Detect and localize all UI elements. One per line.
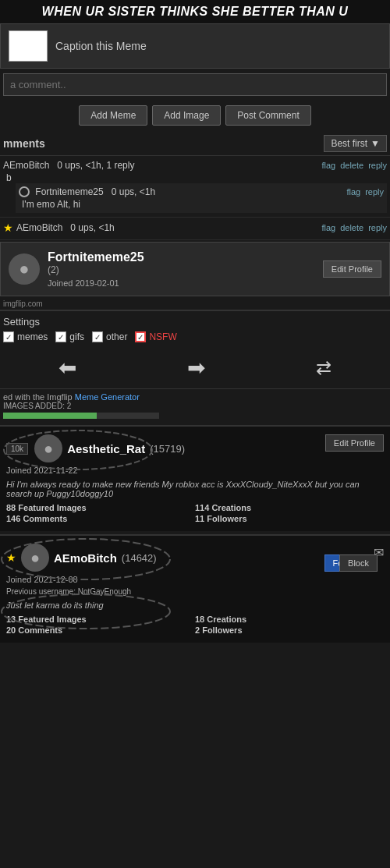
profile-info: Fortnitememe25 (2) Joined 2019-02-01	[48, 250, 144, 288]
profile-name: Fortnitememe25	[48, 250, 144, 264]
chevron-down-icon: ▼	[370, 138, 380, 149]
edit-profile-button-aesthetic-rat[interactable]: Edit Profile	[325, 434, 384, 452]
comment-item-1: AEmoBitch 0 ups, <1h, 1 reply flag delet…	[0, 156, 390, 218]
comment-input-section	[0, 69, 390, 101]
caption-section: Caption this Meme	[0, 23, 390, 69]
stat-comments-aesthetic-rat: 146 Comments	[6, 514, 195, 523]
comments-title: mments	[3, 137, 45, 150]
settings-label-nsfw: NSFW	[149, 331, 176, 342]
settings-label-gifs: gifs	[69, 331, 84, 342]
comment-item-2: ★ AEmoBitch 0 ups, <1h flag delete reply	[0, 218, 390, 240]
comment-body-sub: I'm emo Alt, hi	[19, 199, 384, 210]
checkbox-nsfw[interactable]: ✓	[135, 331, 146, 342]
post-comment-button[interactable]: Post Comment	[225, 105, 310, 126]
profile-joined-aemobitch: Joined 2021-12-08	[6, 575, 384, 584]
settings-item-other: ✓ other	[92, 331, 127, 342]
settings-item-memes: ✓ memes	[3, 331, 48, 342]
images-added-label: IMAGES ADDED: 2	[3, 402, 387, 410]
add-image-button[interactable]: Add Image	[152, 105, 221, 126]
stat-followers-aemobitch: 2 Followers	[195, 625, 384, 635]
comment-user-sub: Fortnitememe25 0 ups, <1h	[19, 186, 155, 197]
profile-avatar-aemobitch: ●	[21, 544, 49, 572]
stat-creations-aesthetic-rat: 114 Creations	[195, 503, 384, 512]
caption-label: Caption this Meme	[55, 40, 147, 52]
caption-thumbnail	[9, 30, 48, 62]
arrow-row: ⬅ ➡ ⇄	[0, 347, 390, 388]
reply-action-2[interactable]: reply	[368, 223, 387, 232]
profile-bio-aemobitch: Just let karma do its thing	[6, 601, 384, 610]
forward-arrow-icon[interactable]: ➡	[187, 355, 205, 381]
settings-item-nsfw: ✓ NSFW	[135, 331, 176, 342]
delete-action-1[interactable]: delete	[340, 161, 363, 170]
settings-row: ✓ memes ✓ gifs ✓ other ✓ NSFW	[3, 331, 387, 342]
comment-sub-1: Fortnitememe25 0 ups, <1h flag reply I'm…	[16, 183, 387, 213]
profile-points-aesthetic-rat: (15719)	[150, 443, 185, 455]
settings-label-memes: memes	[17, 331, 48, 342]
settings-section: Settings ✓ memes ✓ gifs ✓ other ✓ NSFW	[0, 310, 390, 347]
checkbox-gifs[interactable]: ✓	[55, 331, 66, 342]
profile-joined-aesthetic-rat: Joined 2021-11-22	[6, 466, 384, 475]
comment-actions-1: flag delete reply	[321, 161, 387, 170]
edit-profile-button[interactable]: Edit Profile	[323, 260, 381, 278]
comment-actions-sub: flag reply	[346, 187, 384, 197]
prev-username-aemobitch: Previous username: NotGayEnough	[6, 587, 384, 596]
stat-followers-aesthetic-rat: 11 Followers	[195, 514, 384, 523]
profile-bio-aesthetic-rat: Hi I'm always ready to make new friends …	[6, 480, 384, 498]
flag-action-2[interactable]: flag	[321, 223, 335, 232]
stat-creations-aemobitch: 18 Creations	[195, 615, 384, 624]
settings-title: Settings	[3, 316, 387, 328]
meme-generator-link[interactable]: Meme Generator	[75, 392, 140, 402]
profile-stats-aemobitch: 13 Featured Images 18 Creations 20 Comme…	[6, 615, 384, 635]
comment-meta-2: ★ AEmoBitch 0 ups, <1h flag delete reply	[3, 221, 387, 234]
profile-section-aemobitch: ★ ● AEmoBitch (14642) Joined 2021-12-08 …	[0, 534, 390, 643]
profile-stats-aesthetic-rat: 88 Featured Images 114 Creations 146 Com…	[6, 503, 384, 523]
star-icon-aemobitch: ★	[6, 551, 16, 564]
meme-gen-prefix: ed with the Imgflip	[3, 392, 73, 402]
meme-gen-section: ed with the Imgflip Meme Generator IMAGE…	[0, 388, 390, 422]
imgflip-credit: imgflip.com	[0, 298, 390, 310]
flag-action-sub[interactable]: flag	[346, 187, 360, 197]
comment-input[interactable]	[3, 73, 387, 96]
flag-action-1[interactable]: flag	[321, 161, 335, 170]
comments-header: mments Best first ▼	[0, 132, 390, 156]
profile-joined: Joined 2019-02-01	[48, 278, 144, 288]
checkbox-other[interactable]: ✓	[92, 331, 103, 342]
user-avatar-icon	[19, 186, 30, 197]
comment-user-2: ★ AEmoBitch 0 ups, <1h	[3, 221, 115, 234]
sort-dropdown[interactable]: Best first ▼	[324, 135, 387, 152]
profile-avatar-aesthetic-rat: ●	[34, 434, 62, 462]
add-meme-button[interactable]: Add Meme	[79, 105, 147, 126]
profile-name-aemobitch: AEmoBitch	[54, 551, 117, 565]
profile-action-row-aemobitch: Following Block ✉	[374, 545, 384, 560]
upload-bar-fill	[3, 413, 97, 419]
profile-points-aemobitch: (14642)	[122, 552, 157, 564]
reply-action-1[interactable]: reply	[368, 161, 387, 170]
comment-user-1: AEmoBitch 0 ups, <1h, 1 reply	[3, 160, 134, 171]
action-buttons: Add Meme Add Image Post Comment	[0, 101, 390, 132]
profile-popup-card: ● Fortnitememe25 (2) Joined 2019-02-01 E…	[0, 242, 390, 296]
back-arrow-icon[interactable]: ⬅	[58, 355, 76, 381]
comment-meta-1: AEmoBitch 0 ups, <1h, 1 reply flag delet…	[3, 160, 387, 171]
reply-action-sub[interactable]: reply	[365, 187, 384, 197]
profile-count: (2)	[48, 264, 144, 275]
block-button-aemobitch[interactable]: Block	[339, 554, 378, 572]
comment-body-1: b	[3, 172, 387, 183]
meme-overlay-section: WHEN UR SISTER THINKS SHE BETTER THAN U	[0, 0, 390, 23]
settings-item-gifs: ✓ gifs	[55, 331, 84, 342]
stat-featured-images-aemobitch: 13 Featured Images	[6, 615, 195, 624]
meme-overlay-text: WHEN UR SISTER THINKS SHE BETTER THAN U	[0, 0, 390, 23]
comment-actions-2: flag delete reply	[321, 223, 387, 232]
star-icon: ★	[3, 221, 13, 234]
shuffle-icon[interactable]: ⇄	[316, 357, 332, 379]
sort-label: Best first	[331, 138, 367, 149]
stat-comments-aemobitch: 20 Comments	[6, 625, 195, 635]
checkbox-memes[interactable]: ✓	[3, 331, 14, 342]
delete-action-2[interactable]: delete	[340, 223, 363, 232]
profile-name-aesthetic-rat: Aesthetic_Rat	[67, 442, 145, 455]
settings-label-other: other	[106, 331, 127, 342]
upload-progress-bar	[3, 413, 159, 419]
profile-badge-10k: 10k	[6, 443, 28, 455]
profile-avatar: ●	[9, 253, 40, 285]
comment-meta-sub: Fortnitememe25 0 ups, <1h flag reply	[19, 186, 384, 197]
profile-section-aesthetic-rat: 10k ● Aesthetic_Rat (15719) Joined 2021-…	[0, 425, 390, 531]
